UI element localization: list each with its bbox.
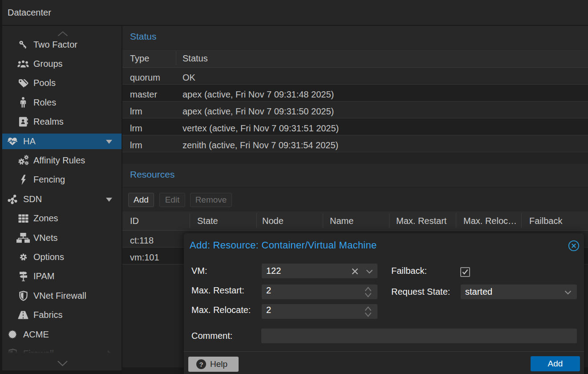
svg-text:?: ? [199,361,203,368]
